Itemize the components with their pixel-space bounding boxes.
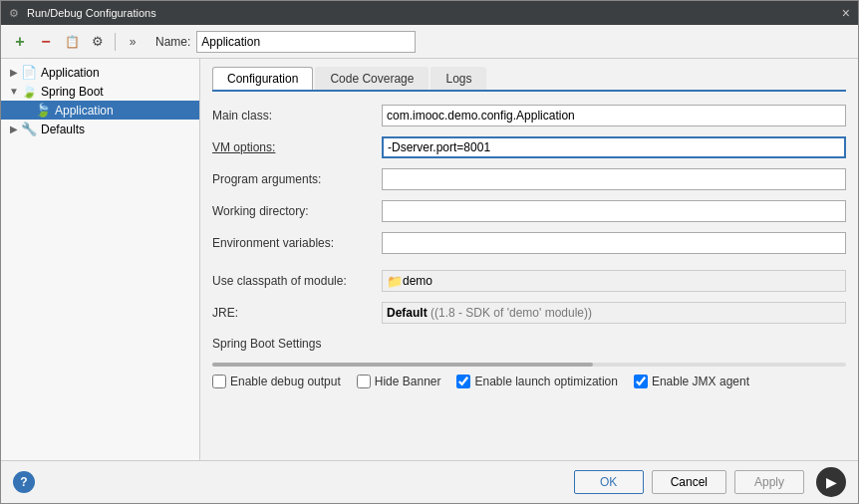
apply-button[interactable]: Apply [734,470,804,494]
enable-debug-label: Enable debug output [230,375,341,388]
hide-banner-label: Hide Banner [375,375,441,388]
enable-launch-checkbox[interactable]: Enable launch optimization [456,375,617,388]
dialog-title: Run/Debug Configurations [27,7,156,19]
enable-jmx-label: Enable JMX agent [652,375,749,388]
copy-button[interactable]: 📋 [61,31,83,53]
checkboxes-row: Enable debug output Hide Banner Enable l… [212,375,846,388]
jre-value[interactable]: Default ((1.8 - SDK of 'demo' module)) [382,302,846,324]
env-vars-label: Environment variables: [212,236,382,250]
enable-launch-input[interactable] [456,375,470,388]
program-args-row: Program arguments: [212,167,846,191]
hide-banner-checkbox[interactable]: Hide Banner [357,375,441,388]
name-label: Name: [155,35,190,49]
tree-item-application-top[interactable]: ▶ 📄 Application [1,63,199,82]
close-button[interactable]: × [842,5,850,21]
env-vars-input[interactable] [382,232,846,254]
cancel-button[interactable]: Cancel [652,470,726,494]
left-panel: ▶ 📄 Application ▼ 🍃 Spring Boot 🍃 Applic… [1,59,200,460]
main-class-label: Main class: [212,109,382,123]
application-icon: 📄 [21,65,37,80]
tab-configuration[interactable]: Configuration [212,67,313,90]
title-bar-left: ⚙ Run/Debug Configurations [9,7,156,20]
enable-launch-label: Enable launch optimization [474,375,617,388]
tree-item-spring-boot[interactable]: ▼ 🍃 Spring Boot [1,82,199,101]
main-class-row: Main class: [212,104,846,127]
enable-debug-checkbox[interactable]: Enable debug output [212,375,341,388]
right-panel: Configuration Code Coverage Logs Main cl… [200,59,858,460]
defaults-icon: 🔧 [21,122,37,136]
vm-options-label: VM options: [212,140,382,154]
settings-button[interactable]: ⚙ [87,31,109,53]
help-button[interactable]: ? [13,471,35,493]
tree-label: Defaults [41,123,85,136]
main-class-input[interactable] [382,105,846,126]
enable-jmx-input[interactable] [634,375,648,388]
name-input[interactable] [196,31,416,53]
working-dir-label: Working directory: [212,204,382,218]
vm-options-row: VM options: [212,135,846,159]
env-vars-row: Environment variables: [212,231,846,255]
separator [115,33,116,51]
jre-row: JRE: Default ((1.8 - SDK of 'demo' modul… [212,301,846,325]
tab-logs[interactable]: Logs [430,67,486,90]
expand-icon: ▼ [7,86,21,97]
run-button[interactable]: ▶ [816,467,846,497]
spring-boot-icon: 🍃 [21,84,37,99]
main-content: ▶ 📄 Application ▼ 🍃 Spring Boot 🍃 Applic… [1,59,858,460]
enable-jmx-checkbox[interactable]: Enable JMX agent [634,375,749,388]
scroll-thumb [212,363,593,367]
expand-icon: ▶ [7,124,21,134]
toolbar: + − 📋 ⚙ » Name: [1,25,858,59]
add-button[interactable]: + [9,31,31,53]
remove-button[interactable]: − [35,31,57,53]
enable-debug-input[interactable] [212,375,226,388]
vm-options-input[interactable] [382,136,846,158]
jre-text: Default ((1.8 - SDK of 'demo' module)) [387,306,592,320]
application-child-icon: 🍃 [35,103,51,118]
program-args-input[interactable] [382,168,846,190]
tab-code-coverage[interactable]: Code Coverage [315,67,429,90]
tree-item-application-child[interactable]: 🍃 Application [1,101,199,120]
classpath-row: Use classpath of module: 📁 demo [212,269,846,293]
expand-icon: ▶ [7,67,21,78]
hide-banner-input[interactable] [357,375,371,388]
tabs-row: Configuration Code Coverage Logs [212,67,846,92]
spring-boot-settings-title: Spring Boot Settings [212,337,846,351]
classpath-label: Use classpath of module: [212,274,382,288]
program-args-label: Program arguments: [212,172,382,186]
classpath-value[interactable]: 📁 demo [382,270,846,292]
scroll-indicator [212,363,846,367]
working-dir-row: Working directory: [212,199,846,223]
jre-label: JRE: [212,306,382,320]
bottom-bar: ? OK Cancel Apply ▶ [1,460,858,503]
working-dir-input[interactable] [382,200,846,222]
tree-label: Spring Boot [41,85,104,99]
module-name: demo [403,274,432,288]
run-debug-dialog: ⚙ Run/Debug Configurations × + − 📋 ⚙ » N… [0,0,859,504]
title-bar: ⚙ Run/Debug Configurations × [1,1,858,25]
more-button[interactable]: » [122,31,143,53]
name-row: Name: [155,31,416,53]
ok-button[interactable]: OK [574,470,644,494]
run-icon: ▶ [826,474,837,490]
module-icon: 📁 [387,274,403,289]
tree-item-defaults[interactable]: ▶ 🔧 Defaults [1,120,199,138]
tree-label: Application [41,66,100,80]
tree-label: Application [55,104,114,118]
